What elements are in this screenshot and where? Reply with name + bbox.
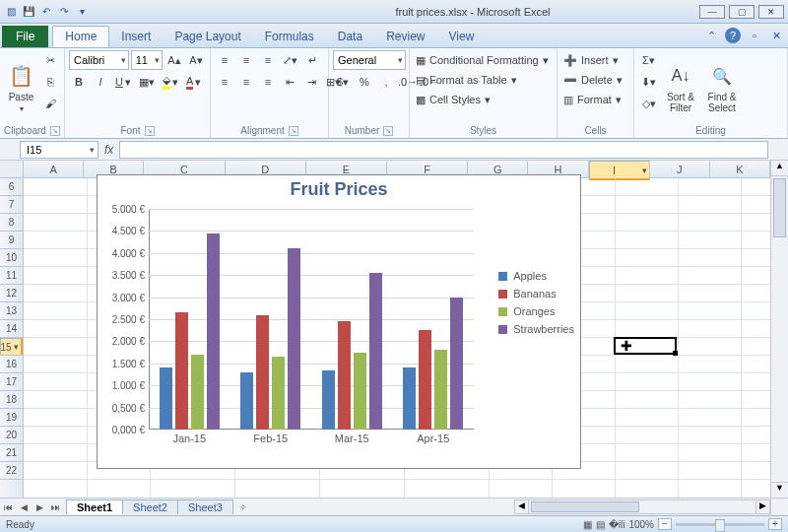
align-right-button[interactable]: ≡ xyxy=(258,72,278,92)
help-icon[interactable]: ? xyxy=(725,28,741,43)
file-tab[interactable]: File xyxy=(2,26,48,47)
cell-styles-button[interactable]: ▩Cell Styles ▾ xyxy=(414,90,553,109)
cut-button[interactable]: ✂ xyxy=(40,50,60,70)
italic-button[interactable]: I xyxy=(91,72,110,92)
row-header[interactable]: 11 xyxy=(0,267,23,285)
clear-button[interactable]: ◇▾ xyxy=(638,94,659,113)
orientation-button[interactable]: ⤢▾ xyxy=(280,50,300,70)
tab-nav-next[interactable]: ▶ xyxy=(32,499,47,515)
paste-button[interactable]: 📋 Paste ▾ xyxy=(4,50,38,125)
zoom-slider[interactable] xyxy=(676,523,764,526)
format-as-table-button[interactable]: ▤Format as Table ▾ xyxy=(414,70,553,90)
new-sheet-button[interactable]: ✧ xyxy=(235,499,251,515)
tab-insert[interactable]: Insert xyxy=(109,26,163,47)
row-header[interactable]: 16 xyxy=(0,356,23,373)
row-header[interactable]: 18 xyxy=(0,391,23,409)
view-normal-icon[interactable]: ▦ xyxy=(583,519,592,530)
percent-format-button[interactable]: % xyxy=(355,72,374,92)
format-painter-button[interactable]: 🖌 xyxy=(40,94,60,113)
dialog-launcher-icon[interactable]: ↘ xyxy=(50,126,60,136)
wrap-text-button[interactable]: ↵ xyxy=(302,50,322,70)
align-bottom-button[interactable]: ≡ xyxy=(258,50,278,70)
comma-format-button[interactable]: , xyxy=(376,72,396,92)
font-size-select[interactable]: 11 xyxy=(131,50,163,70)
row-header[interactable]: 17 xyxy=(0,373,23,391)
minimize-button[interactable]: — xyxy=(699,5,725,19)
decrease-indent-button[interactable]: ⇤ xyxy=(280,72,299,92)
view-pagebreak-icon[interactable]: �ili xyxy=(609,519,625,530)
format-cells-button[interactable]: ▥Format ▾ xyxy=(561,90,629,109)
align-top-button[interactable]: ≡ xyxy=(215,50,234,70)
increase-indent-button[interactable]: ⇥ xyxy=(301,72,321,92)
zoom-level[interactable]: 100% xyxy=(628,519,654,530)
row-header[interactable]: 19 xyxy=(0,409,23,427)
border-button[interactable]: ▦▾ xyxy=(136,72,158,92)
autosum-button[interactable]: Σ▾ xyxy=(638,50,659,70)
embedded-chart[interactable]: Fruit Prices 0,000 €0,500 €1.000 €1.500 … xyxy=(97,174,581,469)
vertical-scrollbar[interactable]: ▲ ▼ xyxy=(770,161,788,498)
row-header[interactable]: 14 xyxy=(0,320,23,338)
sheet-tab[interactable]: Sheet3 xyxy=(177,499,233,514)
align-middle-button[interactable]: ≡ xyxy=(236,50,256,70)
bold-button[interactable]: B xyxy=(69,72,89,92)
tab-home[interactable]: Home xyxy=(52,26,109,47)
sort-filter-button[interactable]: A↓ Sort & Filter xyxy=(661,50,700,125)
ribbon-minimize-icon[interactable]: ⌃ xyxy=(703,28,719,43)
row-header[interactable]: 15 xyxy=(0,338,23,356)
formula-bar[interactable] xyxy=(119,141,768,159)
name-box[interactable]: I15 xyxy=(20,141,98,159)
copy-button[interactable]: ⎘ xyxy=(40,72,60,92)
workbook-restore-icon[interactable]: ▫ xyxy=(747,28,762,43)
tab-data[interactable]: Data xyxy=(326,26,374,47)
align-left-button[interactable]: ≡ xyxy=(215,72,234,92)
undo-icon[interactable]: ↶ xyxy=(39,5,53,19)
row-header[interactable]: 21 xyxy=(0,444,23,462)
shrink-font-button[interactable]: A▾ xyxy=(186,50,206,70)
tab-nav-first[interactable]: ⏮ xyxy=(0,499,16,515)
row-header[interactable]: 6 xyxy=(0,178,23,196)
active-cell[interactable] xyxy=(614,337,677,355)
sheet-tab[interactable]: Sheet1 xyxy=(66,499,123,514)
font-name-select[interactable]: Calibri xyxy=(69,50,129,70)
insert-cells-button[interactable]: ➕Insert ▾ xyxy=(561,50,629,70)
column-header[interactable]: I xyxy=(589,161,650,180)
save-icon[interactable]: 💾 xyxy=(22,5,35,19)
maximize-button[interactable]: ▢ xyxy=(729,5,755,19)
dialog-launcher-icon[interactable]: ↘ xyxy=(145,126,155,136)
tab-page-layout[interactable]: Page Layout xyxy=(163,26,252,47)
delete-cells-button[interactable]: ➖Delete ▾ xyxy=(561,70,629,90)
close-button[interactable]: ✕ xyxy=(758,5,784,19)
tab-review[interactable]: Review xyxy=(374,26,436,47)
conditional-formatting-button[interactable]: ▦Conditional Formatting ▾ xyxy=(414,50,553,70)
dialog-launcher-icon[interactable]: ↘ xyxy=(383,126,393,136)
select-all-corner[interactable] xyxy=(0,161,24,178)
horizontal-scrollbar[interactable]: ◀ ▶ xyxy=(514,499,770,514)
number-format-select[interactable]: General xyxy=(333,50,406,70)
row-header[interactable]: 20 xyxy=(0,427,23,444)
row-header[interactable]: 22 xyxy=(0,462,23,480)
dialog-launcher-icon[interactable]: ↘ xyxy=(289,126,298,136)
row-header[interactable]: 13 xyxy=(0,302,23,320)
tab-nav-last[interactable]: ⏭ xyxy=(47,499,63,515)
row-header[interactable]: 7 xyxy=(0,196,23,214)
font-color-button[interactable]: A▾ xyxy=(183,72,204,92)
grow-font-button[interactable]: A▴ xyxy=(164,50,184,70)
tab-nav-prev[interactable]: ◀ xyxy=(16,499,32,515)
column-header[interactable]: K xyxy=(710,161,770,177)
row-header[interactable]: 12 xyxy=(0,285,23,302)
column-header[interactable]: J xyxy=(650,161,710,177)
tab-view[interactable]: View xyxy=(437,26,487,47)
fill-color-button[interactable]: ⬙▾ xyxy=(160,72,181,92)
underline-button[interactable]: U▾ xyxy=(112,72,134,92)
row-header[interactable]: 8 xyxy=(0,214,23,232)
column-header[interactable]: A xyxy=(24,161,84,177)
row-header[interactable]: 9 xyxy=(0,232,23,249)
tab-formulas[interactable]: Formulas xyxy=(253,26,326,47)
zoom-out-button[interactable]: − xyxy=(658,518,672,530)
redo-icon[interactable]: ↷ xyxy=(57,5,71,19)
row-header[interactable]: 10 xyxy=(0,249,23,267)
find-select-button[interactable]: 🔍 Find & Select xyxy=(702,50,742,125)
align-center-button[interactable]: ≡ xyxy=(236,72,256,92)
qat-customize-icon[interactable]: ▾ xyxy=(75,5,89,19)
sheet-tab[interactable]: Sheet2 xyxy=(122,499,178,514)
